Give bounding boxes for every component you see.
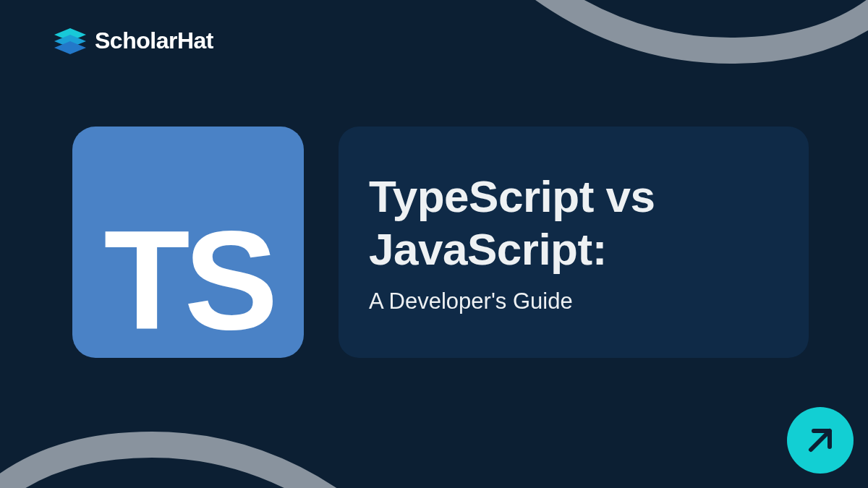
typescript-logo-text: TS bbox=[103, 210, 272, 351]
arrow-up-right-icon bbox=[804, 424, 837, 457]
brand-name: ScholarHat bbox=[95, 27, 213, 54]
decorative-swoosh-bottom bbox=[0, 351, 405, 488]
scholarhat-icon bbox=[54, 28, 86, 54]
decorative-swoosh-top bbox=[477, 0, 868, 145]
brand-logo: ScholarHat bbox=[54, 27, 213, 54]
link-button[interactable] bbox=[787, 407, 854, 474]
typescript-logo-badge: TS bbox=[72, 127, 304, 358]
title-card: TypeScript vs JavaScript: A Developer's … bbox=[339, 127, 809, 358]
article-title: TypeScript vs JavaScript: bbox=[369, 170, 778, 275]
article-subtitle: A Developer's Guide bbox=[369, 288, 778, 314]
